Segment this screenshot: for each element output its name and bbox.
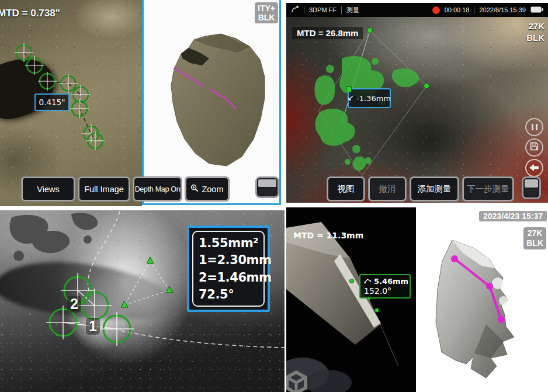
badge-line2: BLK [258, 13, 275, 22]
measurement-value-box[interactable]: 0.415" [34, 93, 70, 111]
angle-result: 72.5° [199, 286, 263, 303]
next-measurement-button[interactable]: 下一步测量 [462, 176, 514, 202]
undo-button[interactable]: 撤消 [368, 176, 407, 202]
back-arrow-icon [529, 163, 539, 174]
save-icon [530, 142, 539, 153]
undo-button-label: 撤消 [370, 178, 405, 200]
panel-area-angle-measurement: 2 1 1.55mm² 1=2.30mm 2=1.46mm 72.5° [0, 210, 285, 392]
datetime: 2022/8/15 15:39 [479, 6, 526, 13]
measure-point[interactable] [349, 279, 354, 283]
zoom-button[interactable]: Zoom [185, 176, 230, 202]
mtd-readout: MTD = 26.8mm [292, 27, 363, 39]
status-bar: 3DPM FF 测量 00:00:18 2022/8/15 15:39 [286, 3, 548, 17]
badge-line1: 27K [526, 228, 543, 238]
zoom-button-label: Zoom [202, 185, 223, 194]
resolution-badge: 27K BLK [523, 227, 546, 249]
panel-stereo-measurement: MTD = 0.738" 0.415" [0, 0, 281, 206]
views-button-label: Views [23, 178, 74, 200]
views-button[interactable]: Views [21, 176, 75, 202]
full-image-button-label: Full Image [79, 178, 129, 200]
pause-button[interactable] [525, 118, 543, 136]
pause-icon [532, 124, 537, 130]
measurement-value-box[interactable]: -1.36mm [348, 88, 391, 108]
add-measurement-button[interactable]: 添加测量 [410, 176, 459, 202]
image-split-toggle[interactable] [522, 176, 541, 199]
badge-line2: BLK [526, 238, 543, 248]
depth-icon [348, 94, 355, 103]
save-button[interactable] [525, 138, 543, 157]
separator [341, 6, 342, 14]
separator [304, 6, 304, 14]
mode-label: 3DPM FF [309, 6, 337, 13]
next-measurement-button-label: 下一步测量 [464, 178, 512, 200]
panel-length-angle-measurement: MTD = 11.3mm 5.46mm 152.0° [286, 207, 548, 392]
point-label-2: 2 [67, 296, 81, 313]
inspection-image-view[interactable]: MTD = 0.738" 0.415" [0, 0, 142, 206]
menu-measure-tab[interactable]: 测量 [346, 6, 359, 15]
views-button-label: 视图 [328, 178, 363, 200]
polyline-length-icon [364, 277, 372, 286]
probe-icon [291, 5, 299, 15]
badge-line1: 27K [526, 20, 544, 32]
battery-icon [530, 6, 543, 14]
magnifier-icon [190, 184, 199, 194]
cube-logo-icon [286, 370, 308, 392]
depth-map-button-label: Depth Map On [134, 178, 181, 200]
measurement-value: -1.36mm [356, 94, 391, 103]
full-image-button[interactable]: Full Image [78, 176, 130, 202]
length1-result: 1=2.30mm [199, 252, 263, 268]
screenshot-collage: MTD = 0.738" 0.415" [0, 0, 548, 392]
inspection-image-view[interactable]: MTD = 11.3mm 5.46mm 152.0° [286, 207, 416, 392]
point-cloud-shard [144, 0, 279, 202]
panel-depth-measurement: 3DPM FF 测量 00:00:18 2022/8/15 15:39 [286, 3, 548, 203]
measurement-value: 0.415" [39, 98, 65, 107]
toolbar: Views Full Image Depth Map On Zoom [21, 176, 230, 202]
separator [474, 6, 474, 14]
angle-value: 152.0° [364, 286, 406, 296]
record-time: 00:00:18 [445, 6, 470, 13]
mtd-readout: MTD = 0.738" [0, 8, 60, 19]
record-indicator [432, 6, 440, 14]
badge-line2: BLK [526, 32, 544, 44]
measure-point[interactable] [374, 308, 379, 313]
depth-map-button[interactable]: Depth Map On [133, 176, 182, 202]
length-value: 5.46mm [374, 277, 408, 286]
badge-line1: ITY+ [258, 4, 275, 13]
toolbar: 视图 撤消 添加测量 下一步测量 [327, 176, 514, 202]
measurement-results-panel[interactable]: 1.55mm² 1=2.30mm 2=1.46mm 72.5° [187, 226, 270, 312]
resolution-badge: ITY+ BLK [255, 2, 278, 23]
mtd-readout: MTD = 11.3mm [293, 231, 363, 240]
length2-result: 2=1.46mm [199, 269, 263, 286]
add-measurement-button-label: 添加测量 [411, 178, 457, 200]
views-button[interactable]: 视图 [327, 176, 365, 202]
image-split-toggle[interactable] [255, 176, 279, 198]
resolution-badge: 27K BLK [526, 20, 544, 43]
point-cloud-view[interactable]: ITY+ BLK [142, 0, 281, 205]
measurement-value-box[interactable]: 5.46mm 152.0° [359, 274, 411, 299]
back-button[interactable] [525, 159, 543, 177]
timestamp-badge: 2023/4/23 15:37 [479, 211, 547, 221]
area-result: 1.55mm² [199, 235, 263, 251]
point-label-1: 1 [86, 318, 100, 335]
